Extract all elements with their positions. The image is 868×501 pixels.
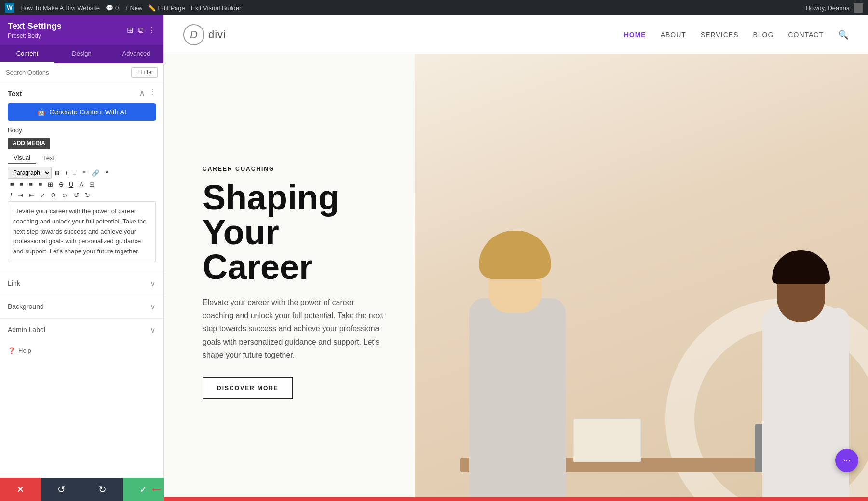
section-menu-icon[interactable]: ⋮ bbox=[149, 88, 156, 98]
section-title: Text bbox=[8, 89, 22, 97]
sidebar-preset[interactable]: Preset: Body bbox=[8, 32, 62, 39]
red-arrow-indicator: ← bbox=[149, 482, 163, 497]
accordion-link-label: Link bbox=[8, 279, 20, 287]
nav-links: HOME ABOUT SERVICES BLOG CONTACT 🔍 bbox=[624, 29, 849, 40]
fullscreen-button[interactable]: ⤢ bbox=[38, 191, 48, 200]
notebook-prop bbox=[573, 419, 641, 462]
table-button[interactable]: ⊞ bbox=[45, 180, 55, 189]
italic2-button[interactable]: I bbox=[8, 191, 14, 200]
nav-search-icon[interactable]: 🔍 bbox=[838, 29, 849, 40]
filter-button[interactable]: + Filter bbox=[131, 67, 158, 78]
cancel-button[interactable]: ✕ bbox=[0, 478, 41, 501]
admin-bar-edit-page[interactable]: ✏️ Edit Page bbox=[148, 4, 185, 12]
paragraph-select[interactable]: Paragraph bbox=[8, 167, 52, 179]
nav-about[interactable]: ABOUT bbox=[661, 31, 686, 39]
accordion-background[interactable]: Background ∨ bbox=[0, 295, 163, 318]
body-label: Body bbox=[8, 126, 156, 134]
site-logo[interactable]: D divi bbox=[183, 24, 226, 45]
sidebar-header: Text Settings Preset: Body ⊞ ⧉ ⋮ bbox=[0, 15, 163, 45]
accordion-background-arrow: ∨ bbox=[150, 302, 156, 311]
admin-bar-site[interactable]: How To Make A Divi Website bbox=[20, 4, 100, 12]
red-indicator-bar bbox=[164, 497, 868, 501]
italic-button[interactable]: I bbox=[63, 168, 69, 178]
add-media-button[interactable]: ADD MEDIA bbox=[8, 138, 50, 149]
editor-tab-visual[interactable]: Visual bbox=[8, 152, 36, 164]
align-right-button[interactable]: ≡ bbox=[27, 180, 35, 189]
search-input[interactable] bbox=[6, 69, 127, 76]
align-left-button[interactable]: ≡ bbox=[8, 180, 16, 189]
tab-content[interactable]: Content bbox=[0, 45, 54, 63]
hero-heading: Shaping Your Career bbox=[203, 180, 386, 284]
nav-contact[interactable]: CONTACT bbox=[788, 31, 824, 39]
settings-icon[interactable]: ⊞ bbox=[127, 26, 133, 35]
admin-bar-right: Howdy, Deanna bbox=[805, 3, 863, 13]
admin-bar-comments[interactable]: 💬 0 bbox=[106, 4, 119, 12]
hero-tag: CAREER COACHING bbox=[203, 166, 386, 172]
undo-button[interactable]: ↺ bbox=[41, 478, 82, 501]
unordered-list-button[interactable]: ≡ bbox=[70, 168, 79, 178]
ordered-list-button[interactable]: ⁼ bbox=[80, 168, 88, 178]
toolbar-row-3: I ⇥ ⇤ ⤢ Ω ☺ ↺ ↻ bbox=[8, 191, 156, 200]
blockquote-button[interactable]: ❝ bbox=[103, 168, 111, 178]
special-char-button[interactable]: Ω bbox=[49, 191, 58, 200]
logo-text: divi bbox=[208, 28, 226, 41]
tab-advanced[interactable]: Advanced bbox=[109, 45, 163, 63]
align-justify-button[interactable]: ≡ bbox=[36, 180, 45, 189]
paste-button[interactable]: ⊞ bbox=[87, 180, 97, 189]
toolbar-row-1: Paragraph B I ≡ ⁼ 🔗 ❝ bbox=[8, 167, 156, 179]
collapse-icon[interactable]: ∧ bbox=[139, 88, 145, 98]
hero-image bbox=[415, 54, 868, 501]
hero-left: CAREER COACHING Shaping Your Career Elev… bbox=[164, 54, 415, 501]
hero-section: CAREER COACHING Shaping Your Career Elev… bbox=[164, 54, 868, 501]
layout-icon[interactable]: ⧉ bbox=[138, 26, 143, 35]
tab-design[interactable]: Design bbox=[54, 45, 109, 63]
nav-blog[interactable]: BLOG bbox=[753, 31, 773, 39]
app-layout: Text Settings Preset: Body ⊞ ⧉ ⋮ Content… bbox=[0, 0, 868, 501]
editor-content[interactable]: Elevate your career with the power of ca… bbox=[8, 201, 156, 262]
underline-button[interactable]: U bbox=[67, 180, 76, 189]
accordion-background-label: Background bbox=[8, 303, 44, 310]
admin-bar-exit-builder[interactable]: Exit Visual Builder bbox=[191, 4, 242, 12]
ai-icon: 🤖 bbox=[37, 108, 45, 116]
link-button[interactable]: 🔗 bbox=[89, 168, 102, 178]
hero-h1-line1: Shaping Your bbox=[203, 178, 339, 251]
section-header: Text ∧ ⋮ bbox=[8, 88, 156, 98]
more-icon[interactable]: ⋮ bbox=[148, 26, 156, 35]
redo-editor-button[interactable]: ↻ bbox=[82, 191, 93, 200]
main-content: D divi HOME ABOUT SERVICES BLOG CONTACT … bbox=[164, 15, 868, 501]
outdent-button[interactable]: ⇤ bbox=[27, 191, 37, 200]
user-avatar[interactable] bbox=[854, 3, 863, 13]
ai-generate-button[interactable]: 🤖 Generate Content With AI bbox=[8, 103, 156, 121]
indent-button[interactable]: ⇥ bbox=[15, 191, 26, 200]
hero-h1-line2: Career bbox=[203, 248, 312, 286]
accordion-admin-label[interactable]: Admin Label ∨ bbox=[0, 318, 163, 341]
text-color-button[interactable]: A bbox=[77, 180, 86, 189]
emoji-button[interactable]: ☺ bbox=[59, 191, 70, 200]
sidebar-title: Text Settings bbox=[8, 21, 62, 31]
hero-cta-button[interactable]: DISCOVER MORE bbox=[203, 377, 293, 399]
editor-tabs: Visual Text bbox=[8, 152, 156, 164]
accordion-link[interactable]: Link ∨ bbox=[0, 272, 163, 295]
accordion-link-arrow: ∨ bbox=[150, 279, 156, 288]
strikethrough-button[interactable]: S bbox=[56, 180, 66, 189]
admin-bar-new[interactable]: + New bbox=[124, 4, 142, 12]
settings-sidebar: Text Settings Preset: Body ⊞ ⧉ ⋮ Content… bbox=[0, 15, 164, 501]
bottom-action-bar: ✕ ↺ ↻ ✓ bbox=[0, 478, 164, 501]
wp-logo-icon[interactable]: W bbox=[5, 3, 14, 13]
search-bar: + Filter bbox=[0, 63, 163, 82]
nav-home[interactable]: HOME bbox=[624, 31, 646, 39]
align-center-button[interactable]: ≡ bbox=[17, 180, 26, 189]
settings-tabs: Content Design Advanced bbox=[0, 45, 163, 63]
logo-circle: D bbox=[183, 24, 204, 45]
nav-services[interactable]: SERVICES bbox=[701, 31, 739, 39]
help-row[interactable]: ❓ Help bbox=[0, 341, 163, 360]
redo-button[interactable]: ↻ bbox=[82, 478, 123, 501]
fab-button[interactable]: ··· bbox=[835, 449, 858, 472]
logo-d: D bbox=[190, 28, 198, 41]
undo-editor-button[interactable]: ↺ bbox=[71, 191, 81, 200]
editor-tab-text[interactable]: Text bbox=[37, 152, 60, 164]
person1 bbox=[469, 221, 575, 501]
bold-button[interactable]: B bbox=[53, 168, 62, 178]
hero-body-text: Elevate your career with the power of ca… bbox=[203, 296, 386, 362]
fab-icon: ··· bbox=[843, 456, 850, 466]
